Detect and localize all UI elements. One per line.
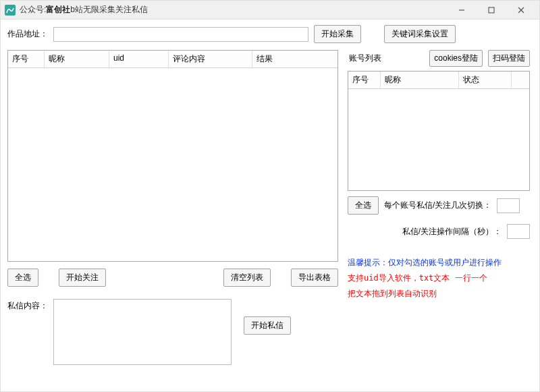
minimize-button[interactable] xyxy=(448,2,476,18)
start-follow-button[interactable]: 开始关注 xyxy=(59,269,106,287)
app-window: 公众号:富创社b站无限采集关注私信 作品地址： 开始采集 关键词采集设置 xyxy=(0,0,540,392)
acct-col-spacer xyxy=(512,72,529,88)
cookies-login-button[interactable]: cookies登陆 xyxy=(429,50,483,67)
left-column: 序号 昵称 uid 评论内容 结果 全选 开始关注 清空列表 导出表格 xyxy=(7,50,338,365)
col-uid: uid xyxy=(109,51,169,67)
title-bold: 富创社 xyxy=(46,5,70,14)
svg-line-4 xyxy=(518,7,524,13)
dm-area: 私信内容： 开始私信 xyxy=(7,299,338,365)
per-account-input[interactable] xyxy=(497,198,520,213)
url-input[interactable] xyxy=(53,27,308,42)
accounts-table-header: 序号 昵称 状态 xyxy=(348,72,529,89)
accounts-header: 账号列表 cookies登陆 扫码登陆 xyxy=(348,50,530,67)
dm-content-textarea[interactable] xyxy=(53,299,232,365)
export-table-button[interactable]: 导出表格 xyxy=(291,269,338,287)
svg-rect-2 xyxy=(489,7,494,13)
col-seq: 序号 xyxy=(8,51,45,67)
top-row: 作品地址： 开始采集 关键词采集设置 xyxy=(7,25,533,43)
col-comment: 评论内容 xyxy=(169,51,252,67)
interval-input[interactable] xyxy=(507,224,530,239)
clear-list-button[interactable]: 清空列表 xyxy=(223,269,271,287)
svg-line-3 xyxy=(518,7,524,13)
close-button[interactable] xyxy=(507,2,535,18)
acct-col-seq: 序号 xyxy=(348,72,381,88)
select-all-accounts-button[interactable]: 全选 xyxy=(348,196,379,215)
tip-line-2: 支持uid导入软件，txt文本 一行一个 xyxy=(348,271,530,286)
accounts-table[interactable]: 序号 昵称 状态 xyxy=(348,71,530,191)
window-title: 公众号:富创社b站无限采集关注私信 xyxy=(20,4,148,16)
col-result: 结果 xyxy=(252,51,338,67)
accounts-label: 账号列表 xyxy=(349,53,381,64)
title-prefix: 公众号: xyxy=(20,5,46,14)
accounts-controls-2: 私信/关注操作间隔（秒）： xyxy=(348,224,530,239)
url-label: 作品地址： xyxy=(7,28,48,40)
select-all-left-button[interactable]: 全选 xyxy=(7,269,38,287)
acct-col-nick: 昵称 xyxy=(381,72,459,88)
titlebar: 公众号:富创社b站无限采集关注私信 xyxy=(1,1,539,20)
tip-text-1: 仅对勾选的账号或用户进行操作 xyxy=(388,258,502,267)
comments-table-header: 序号 昵称 uid 评论内容 结果 xyxy=(8,51,338,68)
comments-table[interactable]: 序号 昵称 uid 评论内容 结果 xyxy=(7,50,338,262)
maximize-button[interactable] xyxy=(477,2,506,18)
tips-area: 温馨提示：仅对勾选的账号或用户进行操作 支持uid导入软件，txt文本 一行一个… xyxy=(348,255,530,301)
start-dm-button[interactable]: 开始私信 xyxy=(244,316,291,335)
start-collect-button[interactable]: 开始采集 xyxy=(314,25,361,43)
accounts-controls-1: 全选 每个账号私信/关注几次切换： xyxy=(348,196,530,215)
keyword-settings-button[interactable]: 关键词采集设置 xyxy=(384,25,456,43)
title-suffix: b站无限采集关注私信 xyxy=(70,5,148,14)
left-controls: 全选 开始关注 清空列表 导出表格 xyxy=(7,269,338,287)
dm-label: 私信内容： xyxy=(7,300,48,312)
per-account-label: 每个账号私信/关注几次切换： xyxy=(384,200,491,211)
scan-login-button[interactable]: 扫码登陆 xyxy=(488,50,530,67)
acct-col-status: 状态 xyxy=(459,72,512,88)
content-area: 作品地址： 开始采集 关键词采集设置 序号 昵称 uid 评论内容 结果 xyxy=(1,20,539,370)
tip-line-1: 温馨提示：仅对勾选的账号或用户进行操作 xyxy=(348,255,530,271)
col-nick: 昵称 xyxy=(45,51,109,67)
main-area: 序号 昵称 uid 评论内容 结果 全选 开始关注 清空列表 导出表格 xyxy=(7,50,533,365)
interval-label: 私信/关注操作间隔（秒）： xyxy=(402,226,502,237)
tip-line-3: 把文本拖到列表自动识别 xyxy=(348,286,530,302)
app-icon xyxy=(5,5,16,16)
accounts-table-body[interactable] xyxy=(348,89,529,190)
right-column: 账号列表 cookies登陆 扫码登陆 序号 昵称 状态 全选 每个账号私信/关 xyxy=(348,50,530,301)
comments-table-body[interactable] xyxy=(8,68,338,261)
tip-prefix: 温馨提示： xyxy=(348,258,388,267)
